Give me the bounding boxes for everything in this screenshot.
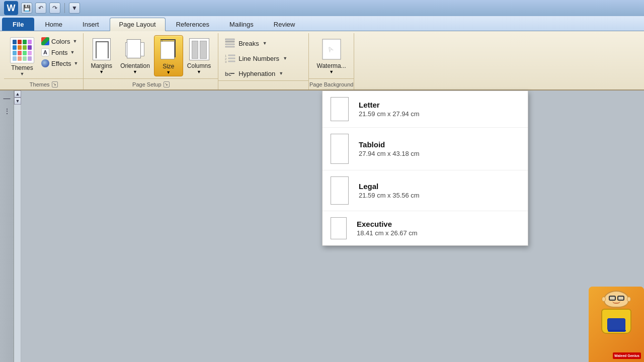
svg-rect-8	[228, 58, 235, 59]
columns-arrow: ▼	[197, 69, 201, 74]
page-background-group: A Waterma... ▼ Page Background	[309, 33, 354, 89]
themes-side-buttons: Colors ▼ A Fonts ▼ Effects ▼	[39, 35, 80, 69]
line-numbers-label: Line Numbers	[238, 55, 279, 62]
breaks-label: Breaks	[238, 40, 259, 47]
executive-text: Executive 18.41 cm x 26.67 cm	[357, 220, 418, 237]
hyphenation-button[interactable]: bc Hyphenation ▼	[221, 66, 286, 80]
fonts-label: Fonts	[51, 49, 68, 56]
legal-name: Legal	[359, 182, 420, 191]
tabloid-dims: 27.94 cm x 43.18 cm	[359, 150, 420, 157]
themes-button[interactable]: Themes ▼	[7, 35, 37, 78]
orientation-icon	[125, 37, 145, 61]
left-toolbar: — ⋮	[0, 90, 14, 362]
letter-name: Letter	[359, 101, 420, 109]
svg-text:bc: bc	[225, 71, 231, 77]
columns-icon	[189, 37, 209, 61]
scroll-up-button[interactable]: ▲	[14, 90, 21, 98]
effects-label: Effects	[51, 60, 71, 67]
mascot-badge: Waleed Genius	[613, 352, 641, 359]
breaks-button[interactable]: Breaks ▼	[221, 36, 270, 50]
size-label: Size	[163, 63, 174, 70]
tab-references[interactable]: References	[167, 18, 219, 31]
breaks-icon	[224, 38, 235, 49]
size-item-executive[interactable]: Executive 18.41 cm x 26.67 cm	[323, 211, 528, 245]
word-icon: W	[4, 1, 18, 15]
margins-label: Margins	[91, 62, 112, 69]
toolbar-separator	[64, 3, 65, 13]
mascot: Waleed Genius	[589, 287, 644, 362]
effects-icon	[41, 59, 49, 67]
ribbon-tabs: File Home Insert Page Layout References …	[0, 16, 644, 31]
effects-button[interactable]: Effects ▼	[39, 58, 80, 68]
executive-dims: 18.41 cm x 26.67 cm	[357, 229, 418, 237]
page-setup-extra-label	[218, 80, 308, 89]
scroll-down-button[interactable]: ▼	[14, 98, 21, 105]
letter-icon	[331, 97, 349, 121]
save-button[interactable]: 💾	[21, 3, 32, 14]
margins-button[interactable]: Margins ▼	[87, 35, 116, 75]
undo-button[interactable]: ↶	[35, 3, 46, 14]
themes-group: Themes ▼ Colors ▼ A Fonts ▼	[4, 33, 84, 89]
page-setup-group: Margins ▼ Orientation ▼	[84, 33, 218, 89]
line-numbers-button[interactable]: 1 2 3 Line Numbers ▼	[221, 51, 290, 65]
themes-label: Themes	[11, 64, 33, 71]
effects-arrow: ▼	[74, 61, 78, 66]
orientation-button[interactable]: Orientation ▼	[116, 35, 154, 75]
size-item-letter[interactable]: Letter 21.59 cm x 27.94 cm	[323, 91, 528, 128]
watermark-arrow: ▼	[329, 69, 334, 74]
svg-rect-7	[228, 55, 235, 56]
size-item-legal[interactable]: Legal 21.59 cm x 35.56 cm	[323, 170, 528, 211]
executive-name: Executive	[357, 220, 418, 228]
watermark-label: Waterma...	[317, 62, 346, 69]
watermark-icon: A	[321, 37, 342, 61]
line-numbers-icon: 1 2 3	[224, 53, 235, 64]
tabloid-text: Tabloid 27.94 cm x 43.18 cm	[359, 140, 420, 157]
legal-text: Legal 21.59 cm x 35.56 cm	[359, 182, 420, 199]
left-toolbar-btn-1[interactable]: —	[2, 93, 13, 104]
legal-dims: 21.59 cm x 35.56 cm	[359, 192, 420, 199]
redo-button[interactable]: ↷	[49, 3, 60, 14]
tab-file[interactable]: File	[2, 18, 34, 31]
ribbon: Themes ▼ Colors ▼ A Fonts ▼	[0, 31, 644, 90]
columns-button[interactable]: Columns ▼	[183, 35, 215, 75]
tab-review[interactable]: Review	[264, 18, 305, 31]
tab-mailings[interactable]: Mailings	[220, 18, 263, 31]
themes-icon	[10, 37, 34, 63]
margins-arrow: ▼	[99, 69, 104, 74]
svg-rect-0	[225, 39, 234, 40]
size-button[interactable]: ↔ Size ▼	[154, 35, 183, 76]
title-bar: W 💾 ↶ ↷ ▼	[0, 0, 644, 16]
svg-rect-3	[225, 46, 234, 47]
themes-expand-button[interactable]: ↘	[52, 81, 58, 87]
colors-button[interactable]: Colors ▼	[39, 36, 80, 46]
quick-access-button[interactable]: ▼	[69, 3, 80, 14]
tab-insert[interactable]: Insert	[73, 18, 109, 31]
orientation-label: Orientation	[120, 62, 150, 69]
size-item-tabloid[interactable]: Tabloid 27.94 cm x 43.18 cm	[323, 128, 528, 170]
svg-rect-2	[225, 44, 234, 45]
line-numbers-arrow: ▼	[283, 56, 287, 61]
svg-text:3: 3	[225, 60, 227, 63]
size-icon: ↔	[158, 38, 179, 62]
page-background-label: Page Background	[309, 78, 354, 89]
watermark-button[interactable]: A Waterma... ▼	[313, 35, 350, 75]
left-toolbar-btn-2[interactable]: ⋮	[2, 106, 13, 117]
tabloid-name: Tabloid	[359, 140, 420, 149]
tabloid-icon	[331, 134, 349, 164]
colors-icon	[41, 37, 49, 45]
vertical-ruler: ▲ ▼	[14, 90, 21, 362]
page-setup-expand[interactable]: ↘	[164, 81, 170, 87]
size-arrow: ▼	[166, 70, 171, 75]
breaks-arrow: ▼	[263, 41, 267, 46]
page-setup-extra-group: Breaks ▼ 1 2 3 Line Numbers	[218, 33, 309, 89]
colors-label: Colors	[51, 38, 70, 45]
margins-icon	[92, 37, 112, 61]
tab-pagelayout[interactable]: Page Layout	[110, 18, 166, 31]
tab-home[interactable]: Home	[35, 18, 72, 31]
letter-text: Letter 21.59 cm x 27.94 cm	[359, 101, 420, 118]
orientation-arrow: ▼	[133, 69, 137, 74]
executive-icon	[331, 217, 347, 239]
svg-rect-9	[228, 61, 235, 62]
fonts-button[interactable]: A Fonts ▼	[39, 47, 80, 57]
legal-icon	[331, 176, 349, 205]
